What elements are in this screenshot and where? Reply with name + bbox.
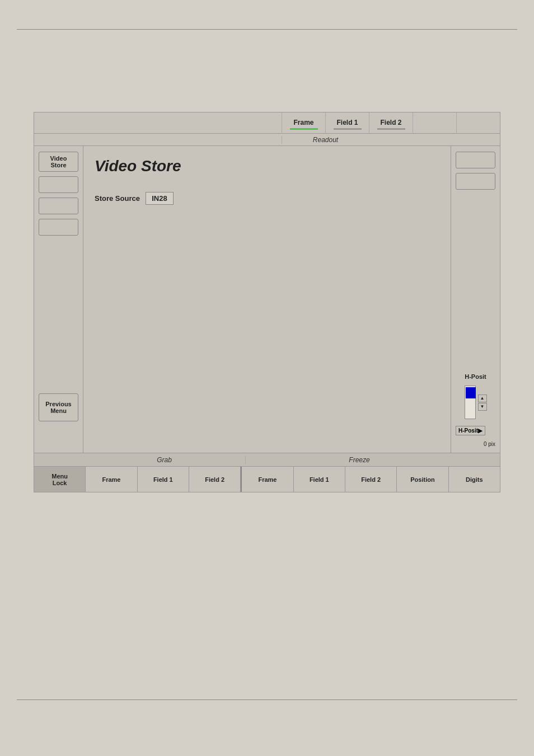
hposit-thumb [466,387,476,398]
menulock-label: MenuLock [51,473,68,486]
store-source-value[interactable]: IN28 [146,192,174,205]
field1b-label: Field 1 [310,476,329,483]
right-spacer [456,194,495,348]
right-btn-1[interactable] [456,152,495,168]
bottom-btn-menulock[interactable]: MenuLock [34,467,86,492]
hposit-down-arrow[interactable]: ▼ [478,403,487,411]
previous-menu-label: PreviousMenu [45,401,71,414]
hposit-right-button[interactable]: H-Posit▶ [456,426,485,435]
top-label-field1: Field 1 [325,112,369,134]
hposit-panel: H-Posit ▲ ▼ [456,373,495,419]
previous-menu-button[interactable]: PreviousMenu [39,393,78,421]
top-rule [17,29,517,30]
store-source-row: Store Source IN28 [95,192,439,205]
field1-label: Field 1 [336,119,358,126]
sidebar-spacer [39,240,78,415]
bottom-btn-frame2[interactable]: Frame [241,467,293,492]
top-label-field2: Field 2 [369,112,413,134]
top-empty-2 [456,112,500,134]
digits-label: Digits [466,476,483,483]
hposit-arrows: ▲ ▼ [478,395,487,411]
bottom-btn-row: MenuLock Frame Field 1 Field 2 Frame Fie… [34,466,500,492]
top-empty-1 [413,112,456,134]
hposit-right-btn-label: H-Posit▶ [458,428,483,434]
hposit-value: 0 pix [456,441,495,447]
field1-indicator [334,128,362,130]
position-label: Position [410,476,434,483]
field2b-label: Field 2 [361,476,381,483]
hposit-controls: ▲ ▼ [465,386,487,419]
bottom-btn-position[interactable]: Position [397,467,448,492]
store-source-label: Store Source [95,194,140,203]
bottom-btn-field2a[interactable]: Field 2 [189,467,241,492]
frame-indicator [290,128,318,130]
bottom-btn-frame1[interactable]: Frame [86,467,137,492]
right-btn-2[interactable] [456,173,495,190]
frame1-label: Frame [102,476,120,483]
bottom-btn-field2b[interactable]: Field 2 [345,467,397,492]
frame-label: Frame [293,119,313,126]
hposit-label: H-Posit [465,373,486,380]
grab-cell: Grab [83,456,246,464]
right-sidebar: H-Posit ▲ ▼ H-Posit▶ [451,146,500,453]
sidebar-btn-3[interactable] [39,198,78,214]
bottom-btn-field1b[interactable]: Field 1 [294,467,345,492]
hposit-track[interactable] [465,386,476,419]
hposit-right-btn-area: H-Posit▶ [456,426,495,435]
field2-label: Field 2 [380,119,401,126]
video-store-title: Video Store [95,157,439,175]
bottom-btn-digits[interactable]: Digits [449,467,500,492]
top-label-row: Frame Field 1 Field 2 [34,112,500,134]
field2a-label: Field 2 [205,476,224,483]
readout-text: Readout [282,136,369,144]
content-area: Video Store PreviousMenu H-Posit [34,146,500,453]
right-btn-3 [456,352,495,369]
hposit-up-arrow[interactable]: ▲ [478,395,487,402]
top-label-frame: Frame [282,112,325,134]
field2-indicator [377,128,405,130]
video-store-button[interactable]: Video Store [39,152,78,172]
field1a-label: Field 1 [153,476,173,483]
bottom-btn-field1a[interactable]: Field 1 [138,467,189,492]
freeze-cell: Freeze [268,456,451,464]
video-store-label: Video Store [43,155,74,168]
sidebar-btn-2[interactable] [39,176,78,193]
bottom-label-bar: Grab Freeze MenuLock Frame Field 1 Field… [34,453,500,492]
sidebar-btn-4[interactable] [39,219,78,236]
left-sidebar: Video Store PreviousMenu [34,146,83,453]
center-content: Video Store Store Source IN28 [83,146,451,453]
frame2-label: Frame [258,476,277,483]
bottom-rule [17,699,517,700]
grab-freeze-row: Grab Freeze [34,453,500,466]
readout-row: Readout [34,134,500,146]
page-wrapper: Frame Field 1 Field 2 Readout [0,0,534,756]
main-panel: Frame Field 1 Field 2 Readout [34,112,500,492]
